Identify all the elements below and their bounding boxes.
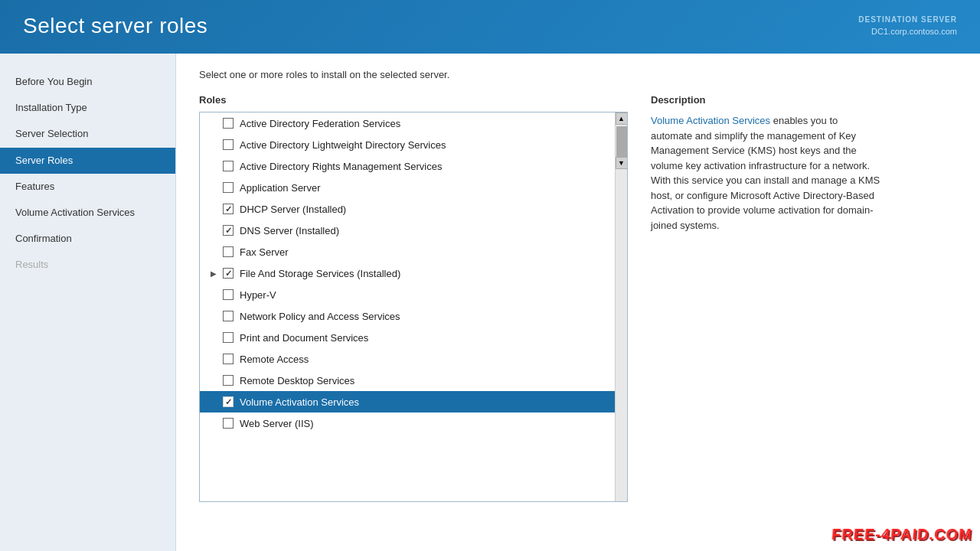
role-label-file-storage: File And Storage Services (Installed) xyxy=(240,268,400,279)
sidebar-item-server-roles[interactable]: Server Roles xyxy=(0,148,175,174)
checkbox-fax-server[interactable] xyxy=(223,246,234,257)
description-highlight: Volume Activation Services xyxy=(651,115,770,126)
sidebar-item-features[interactable]: Features xyxy=(0,174,175,200)
roles-section: Roles Active Directory Federation Servic… xyxy=(199,94,628,502)
checkbox-file-storage[interactable] xyxy=(223,268,234,279)
scrollbar-thumb[interactable] xyxy=(616,126,627,157)
role-item-dhcp-server[interactable]: DHCP Server (Installed) xyxy=(200,198,615,220)
sidebar-item-results: Results xyxy=(0,252,175,278)
content-area: Select one or more roles to install on t… xyxy=(176,54,980,551)
roles-list[interactable]: Active Directory Federation ServicesActi… xyxy=(200,112,615,501)
sidebar-item-volume-activation[interactable]: Volume Activation Services xyxy=(0,200,175,226)
role-item-ad-rights[interactable]: Active Directory Rights Management Servi… xyxy=(200,155,615,177)
role-item-network-policy[interactable]: Network Policy and Access Services xyxy=(200,305,615,327)
role-item-ad-lightweight[interactable]: Active Directory Lightweight Directory S… xyxy=(200,134,615,155)
server-label: DESTINATION SERVER xyxy=(858,14,957,25)
role-label-remote-access: Remote Access xyxy=(240,354,309,365)
checkbox-network-policy[interactable] xyxy=(223,311,234,321)
scrollbar-down[interactable]: ▼ xyxy=(616,157,628,169)
role-label-ad-lightweight: Active Directory Lightweight Directory S… xyxy=(240,139,446,151)
checkbox-dns-server[interactable] xyxy=(223,225,234,236)
role-item-dns-server[interactable]: DNS Server (Installed) xyxy=(200,220,615,241)
scrollbar-up[interactable]: ▲ xyxy=(616,112,628,125)
checkbox-hyper-v[interactable] xyxy=(223,289,234,300)
checkbox-ad-rights[interactable] xyxy=(223,161,234,171)
instruction-text: Select one or more roles to install on t… xyxy=(199,69,957,80)
role-item-remote-desktop[interactable]: Remote Desktop Services xyxy=(200,370,615,391)
header: Select server roles DESTINATION SERVER D… xyxy=(0,0,980,54)
role-item-print-doc[interactable]: Print and Document Services xyxy=(200,327,615,348)
page-title: Select server roles xyxy=(23,14,207,38)
server-info: DESTINATION SERVER DC1.corp.contoso.com xyxy=(858,14,957,38)
role-item-fax-server[interactable]: Fax Server xyxy=(200,241,615,262)
role-item-web-server[interactable]: Web Server (IIS) xyxy=(200,412,615,434)
watermark: FREE-4PAID.COM xyxy=(831,526,973,543)
roles-list-container: Active Directory Federation ServicesActi… xyxy=(199,112,628,502)
role-label-fax-server: Fax Server xyxy=(240,246,289,258)
role-label-network-policy: Network Policy and Access Services xyxy=(240,311,400,322)
checkbox-app-server[interactable] xyxy=(223,182,234,193)
role-item-app-server[interactable]: Application Server xyxy=(200,177,615,198)
sidebar-item-confirmation[interactable]: Confirmation xyxy=(0,226,175,252)
main-content: Before You BeginInstallation TypeServer … xyxy=(0,54,980,551)
role-label-print-doc: Print and Document Services xyxy=(240,332,368,344)
server-name: DC1.corp.contoso.com xyxy=(858,25,957,38)
role-label-hyper-v: Hyper-V xyxy=(240,289,276,301)
content-row: Roles Active Directory Federation Servic… xyxy=(199,94,957,502)
role-label-ad-rights: Active Directory Rights Management Servi… xyxy=(240,161,442,172)
role-item-hyper-v[interactable]: Hyper-V xyxy=(200,284,615,305)
role-label-dhcp-server: DHCP Server (Installed) xyxy=(240,204,346,215)
role-label-web-server: Web Server (IIS) xyxy=(240,418,314,429)
role-item-file-storage[interactable]: ▶File And Storage Services (Installed) xyxy=(200,262,615,284)
sidebar: Before You BeginInstallation TypeServer … xyxy=(0,54,176,551)
checkbox-remote-desktop[interactable] xyxy=(223,375,234,386)
checkbox-remote-access[interactable] xyxy=(223,354,234,364)
checkbox-ad-federation[interactable] xyxy=(223,118,234,129)
scrollbar-track: ▲ ▼ xyxy=(615,112,627,501)
roles-label: Roles xyxy=(199,94,628,106)
role-item-ad-federation[interactable]: Active Directory Federation Services xyxy=(200,112,615,134)
description-section: Description Volume Activation Services e… xyxy=(651,94,880,502)
sidebar-item-installation-type[interactable]: Installation Type xyxy=(0,95,175,121)
role-item-remote-access[interactable]: Remote Access xyxy=(200,348,615,370)
checkbox-web-server[interactable] xyxy=(223,418,234,429)
sidebar-item-before-you-begin[interactable]: Before You Begin xyxy=(0,69,175,95)
role-label-remote-desktop: Remote Desktop Services xyxy=(240,375,354,386)
expand-arrow-file-storage[interactable]: ▶ xyxy=(207,267,220,279)
description-label: Description xyxy=(651,94,880,106)
description-text: Volume Activation Services enables you t… xyxy=(651,113,880,233)
checkbox-print-doc[interactable] xyxy=(223,332,234,343)
checkbox-volume-activation-svc[interactable] xyxy=(223,396,234,407)
sidebar-item-server-selection[interactable]: Server Selection xyxy=(0,121,175,147)
checkbox-dhcp-server[interactable] xyxy=(223,204,234,214)
role-item-volume-activation-svc[interactable]: Volume Activation Services xyxy=(200,391,615,412)
role-label-dns-server: DNS Server (Installed) xyxy=(240,225,339,236)
description-body: enables you to automate and simplify the… xyxy=(651,115,880,231)
checkbox-ad-lightweight[interactable] xyxy=(223,139,234,150)
role-label-volume-activation-svc: Volume Activation Services xyxy=(240,396,359,408)
role-label-ad-federation: Active Directory Federation Services xyxy=(240,118,400,129)
role-label-app-server: Application Server xyxy=(240,182,321,194)
